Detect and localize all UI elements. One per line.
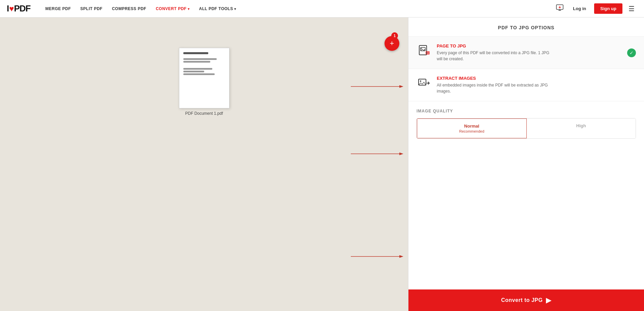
svg-point-12 xyxy=(421,48,422,49)
pdf-line-title xyxy=(183,52,208,54)
hamburger-menu-button[interactable]: ☰ xyxy=(626,3,637,14)
main-area: 1 + PDF Document 1.pdf xyxy=(0,18,644,311)
nav-all-pdf-tools[interactable]: ALL PDF TOOLS xyxy=(194,6,241,11)
nav-convert-pdf[interactable]: CONVERT PDF xyxy=(151,6,194,11)
svg-marker-7 xyxy=(399,152,403,155)
extract-images-desc: All embedded images inside the PDF will … xyxy=(437,82,551,94)
pdf-thumb-lines xyxy=(182,51,226,105)
svg-point-15 xyxy=(420,80,421,82)
logo[interactable]: I♥PDF xyxy=(7,3,30,14)
pdf-filename-label: PDF Document 1.pdf xyxy=(185,111,223,116)
download-desktop-button[interactable] xyxy=(555,3,565,14)
page-to-jpg-icon xyxy=(417,43,431,58)
option-page-to-jpg[interactable]: PAGE TO JPG Every page of this PDF will … xyxy=(408,37,644,69)
sidebar-title: PDF TO JPG OPTIONS xyxy=(408,18,644,37)
nav-split-pdf[interactable]: SPLIT PDF xyxy=(75,6,107,11)
page-to-jpg-desc: Every page of this PDF will be converted… xyxy=(437,50,551,62)
pdf-thumbnail xyxy=(179,48,229,108)
extract-images-title: EXTRACT IMAGES xyxy=(437,76,551,81)
nav-right: Log in Sign up ☰ xyxy=(555,3,637,14)
option-extract-images[interactable]: EXTRACT IMAGES All embedded images insid… xyxy=(408,69,644,101)
quality-label: IMAGE QUALITY xyxy=(417,109,636,113)
file-count-badge: 1 xyxy=(391,32,398,39)
convert-label: Convert to JPG xyxy=(501,297,543,303)
svg-marker-5 xyxy=(399,85,403,88)
quality-normal-sublabel: Recommended xyxy=(459,129,484,133)
content-area: 1 + PDF Document 1.pdf xyxy=(0,18,408,311)
arrow-image-quality xyxy=(351,150,405,157)
sidebar: PDF TO JPG OPTIONS PAGE TO JPG Every pag… xyxy=(408,18,644,311)
pdf-thumbnail-container: PDF Document 1.pdf xyxy=(179,48,229,116)
quality-high-label: High xyxy=(576,123,586,128)
svg-marker-9 xyxy=(399,255,403,258)
arrow-convert-button xyxy=(351,253,405,260)
quality-buttons: Normal Recommended High xyxy=(417,118,636,139)
quality-high-button[interactable]: High xyxy=(527,118,636,138)
page-to-jpg-text: PAGE TO JPG Every page of this PDF will … xyxy=(437,43,551,62)
logo-text: I♥PDF xyxy=(7,3,30,14)
selected-checkmark: ✓ xyxy=(627,48,636,57)
extract-images-icon xyxy=(417,76,431,91)
nav-compress-pdf[interactable]: COMPRESS PDF xyxy=(107,6,151,11)
convert-arrow-icon: ▶ xyxy=(546,296,551,304)
pdf-line-5 xyxy=(183,73,215,75)
quality-normal-label: Normal xyxy=(464,124,479,129)
plus-icon: + xyxy=(390,40,394,47)
quality-normal-button[interactable]: Normal Recommended xyxy=(417,118,527,139)
nav-links: MERGE PDF SPLIT PDF COMPRESS PDF CONVERT… xyxy=(40,6,555,11)
extract-images-text: EXTRACT IMAGES All embedded images insid… xyxy=(437,76,551,94)
login-button[interactable]: Log in xyxy=(568,4,591,13)
pdf-line-1 xyxy=(183,58,217,60)
nav-merge-pdf[interactable]: MERGE PDF xyxy=(40,6,75,11)
convert-to-jpg-button[interactable]: Convert to JPG ▶ xyxy=(408,289,644,311)
signup-button[interactable]: Sign up xyxy=(594,3,622,14)
pdf-line-4 xyxy=(183,71,204,72)
quality-section: IMAGE QUALITY Normal Recommended High xyxy=(408,101,644,289)
pdf-line-3 xyxy=(183,68,213,70)
top-navigation: I♥PDF MERGE PDF SPLIT PDF COMPRESS PDF C… xyxy=(0,0,644,18)
page-to-jpg-title: PAGE TO JPG xyxy=(437,43,551,48)
pdf-line-2 xyxy=(183,61,211,63)
arrow-page-to-jpg xyxy=(351,83,405,90)
add-files-button[interactable]: + xyxy=(385,36,399,51)
